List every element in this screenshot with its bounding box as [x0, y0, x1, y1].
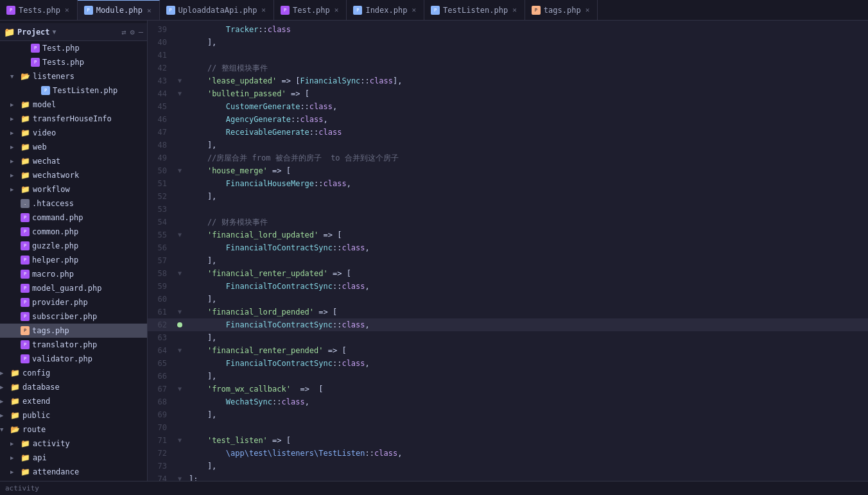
- code-content: 'financial_lord_updated' => [: [186, 229, 342, 241]
- tab-index[interactable]: PIndex.php✕: [347, 0, 424, 20]
- tab-uploaddata[interactable]: PUploaddataApi.php✕: [160, 0, 274, 20]
- tab-close-uploaddata[interactable]: ✕: [260, 5, 267, 15]
- sidebar-file-model_guard_php[interactable]: Pmodel_guard.php: [0, 281, 147, 295]
- line-number: 71: [148, 434, 173, 447]
- code-content: FinancialHouseMerge::class,: [186, 177, 351, 190]
- code-token: ,: [397, 449, 402, 458]
- sidebar-folder-listeners[interactable]: ▼📂listeners: [0, 69, 147, 83]
- code-content: ReceivableGenerate::class: [186, 126, 342, 139]
- code-token: [189, 166, 207, 175]
- code-line-56: 56 FinancialToContractSync::class,: [148, 241, 868, 254]
- sidebar-file-Tests_php[interactable]: PTests.php: [0, 55, 147, 69]
- tab-close-test[interactable]: ✕: [333, 5, 340, 15]
- sidebar-item-label: Tests.php: [42, 58, 84, 67]
- sidebar-file-helper_php[interactable]: Phelper.php: [0, 253, 147, 267]
- sidebar-folder-database[interactable]: ▶📁database: [0, 380, 147, 394]
- gutter-marker: [173, 460, 186, 473]
- fold-arrow-icon: ▼: [178, 267, 182, 280]
- breakpoint-dot: [177, 322, 182, 327]
- sidebar-file-guzzle_php[interactable]: Pguzzle.php: [0, 239, 147, 253]
- sidebar-file-macro_php[interactable]: Pmacro.php: [0, 267, 147, 281]
- sidebar-item-label: guzzle.php: [32, 241, 78, 250]
- sidebar-folder-extend[interactable]: ▶📁extend: [0, 394, 147, 408]
- sidebar-folder-wechatwork[interactable]: ▶📁wechatwork: [0, 168, 147, 182]
- sidebar-file-_htaccess[interactable]: ..htaccess: [0, 196, 147, 211]
- tab-tags[interactable]: Ptags.php✕: [525, 0, 598, 20]
- gutter-marker: [173, 62, 186, 74]
- folder-closed-arrow-icon: ▶: [10, 144, 21, 150]
- line-number: 65: [148, 357, 173, 370]
- sidebar-file-command_php[interactable]: Pcommand.php: [0, 211, 147, 225]
- gutter-marker: [173, 254, 186, 267]
- tab-close-tags[interactable]: ✕: [584, 5, 591, 15]
- code-editor[interactable]: 39 Tracker::class40 ],4142 // 整组模块事件43▼ …: [148, 21, 868, 481]
- gear-icon[interactable]: ⚙: [130, 28, 135, 37]
- sidebar-item-label: public: [22, 411, 50, 420]
- sidebar-file-validator_php[interactable]: Pvalidator.php: [0, 352, 147, 366]
- tab-close-tests[interactable]: ✕: [64, 5, 71, 15]
- code-token: ,: [365, 282, 370, 291]
- gutter-marker: ▼: [173, 87, 186, 100]
- sidebar-folder-public[interactable]: ▶📁public: [0, 408, 147, 422]
- tab-close-index[interactable]: ✕: [410, 5, 417, 15]
- folder-icon: 📁: [10, 369, 20, 378]
- sidebar-item-label: macro.php: [32, 270, 74, 279]
- code-token: class: [300, 115, 323, 124]
- sidebar-folder-wechat[interactable]: ▶📁wechat: [0, 154, 147, 168]
- sidebar-item-label: validator.php: [32, 354, 92, 363]
- sidebar-item-label: database: [22, 383, 60, 392]
- code-content: 'lease_updated' => [FinancialSync::class…: [186, 74, 402, 87]
- sidebar-folder-workflow[interactable]: ▶📁workflow: [0, 182, 147, 196]
- gutter-marker: [173, 395, 186, 408]
- code-token: ,: [365, 359, 370, 368]
- sidebar-file-provider_php[interactable]: Pprovider.php: [0, 295, 147, 309]
- gutter-marker: ▼: [173, 306, 186, 318]
- folder-icon: 📁: [21, 453, 30, 462]
- code-content: 'financial_lord_pended' => [: [186, 306, 337, 318]
- minus-icon[interactable]: —: [139, 28, 143, 37]
- sidebar-file-TestListen_php[interactable]: PTestListen.php: [0, 83, 147, 98]
- sidebar-folder-api[interactable]: ▶📁api: [0, 451, 147, 465]
- sidebar-folder-transferHouseInfo[interactable]: ▶📁transferHouseInfo: [0, 112, 147, 126]
- sidebar-file-Test_php[interactable]: PTest.php: [0, 41, 147, 55]
- folder-icon: 📁: [21, 114, 30, 123]
- sidebar-folder-web[interactable]: ▶📁web: [0, 140, 147, 154]
- sidebar-folder-config[interactable]: ▶📁config: [0, 366, 147, 380]
- sidebar-file-common_php[interactable]: Pcommon.php: [0, 225, 147, 239]
- folder-icon: 📁: [21, 185, 30, 194]
- folder-closed-arrow-icon: ▶: [0, 412, 10, 419]
- fold-arrow-icon: ▼: [178, 344, 182, 357]
- code-token: ::: [333, 282, 342, 291]
- sidebar-folder-model[interactable]: ▶📁model: [0, 98, 147, 112]
- sidebar-file-translator_php[interactable]: Ptranslator.php: [0, 338, 147, 352]
- split-icon[interactable]: ⇄: [121, 28, 126, 37]
- code-content: 'test_listen' => [: [186, 434, 291, 447]
- sidebar-folder-attendance[interactable]: ▶📁attendance: [0, 465, 147, 479]
- sidebar-file-tags_php[interactable]: Ptags.php: [0, 324, 147, 338]
- tab-testlisten[interactable]: PTestListen.php✕: [424, 0, 525, 20]
- tab-close-testlisten[interactable]: ✕: [511, 5, 518, 15]
- sidebar-file-subscriber_php[interactable]: Psubscriber.php: [0, 309, 147, 324]
- file-icon: P: [31, 58, 40, 67]
- sidebar-item-label: web: [33, 143, 47, 152]
- sidebar-folder-activity[interactable]: ▶📁activity: [0, 437, 147, 451]
- sidebar-folder-video[interactable]: ▶📁video: [0, 126, 147, 140]
- tab-close-module[interactable]: ✕: [146, 6, 153, 15]
- code-token: ,: [324, 115, 328, 124]
- code-content: // 整组模块事件: [186, 62, 268, 74]
- code-token: class: [318, 128, 342, 137]
- sidebar-folder-route[interactable]: ▼📂route: [0, 422, 147, 437]
- tab-module[interactable]: PModule.php✕: [78, 0, 160, 20]
- tab-tests[interactable]: PTests.php✕: [0, 0, 78, 20]
- tab-test[interactable]: PTest.php✕: [274, 0, 347, 20]
- code-content: WechatSync::class,: [186, 395, 309, 408]
- tab-label-index: Index.php: [365, 6, 407, 15]
- file-icon: P: [21, 270, 30, 279]
- tab-icon-index: P: [353, 6, 362, 15]
- tab-label-uploaddata: UploaddataApi.php: [178, 6, 257, 15]
- sidebar-item-label: attendance: [33, 467, 79, 476]
- sidebar-item-label: TestListen.php: [53, 86, 117, 95]
- folder-icon: 📁: [21, 439, 30, 448]
- tab-label-tags: tags.php: [544, 6, 581, 15]
- code-token: // 整组模块事件: [189, 64, 268, 73]
